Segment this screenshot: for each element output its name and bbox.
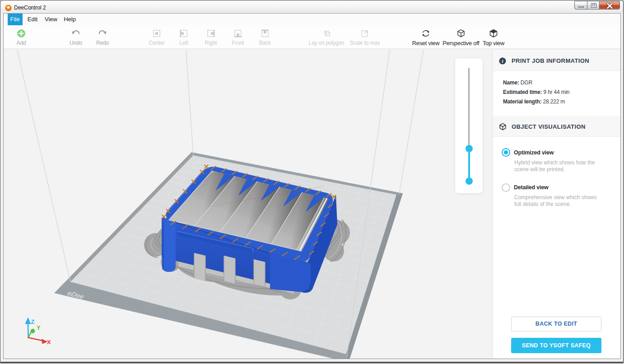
svg-text:Z: Z [31,318,35,325]
svg-text:X: X [47,339,51,345]
svg-text:Y: Y [37,324,41,331]
